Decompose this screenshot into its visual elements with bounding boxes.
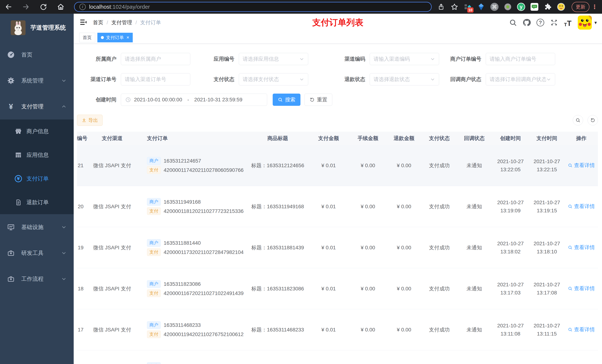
view-detail-link[interactable]: 查看详情	[568, 244, 595, 251]
briefcase-icon	[7, 275, 15, 283]
extension-chat-icon[interactable]	[530, 3, 539, 11]
site-info-icon[interactable]: i	[79, 4, 86, 10]
filter-row-1: 所属商户 应用编号 请选择应用信息 渠道编码 请输入渠道编码	[77, 53, 598, 65]
channel-order-no-label: 渠道订单号	[77, 76, 121, 83]
reset-button[interactable]: 重置	[304, 94, 332, 106]
actions-cell: 查看详情	[565, 285, 598, 292]
channel-order-no: 4200001181202110277723215336	[164, 208, 244, 214]
merchant-input[interactable]	[121, 53, 190, 65]
share-icon[interactable]	[437, 3, 445, 11]
channel-code-label: 渠道编码	[308, 55, 370, 62]
sidebar-item-refund-order[interactable]: 退款订单	[0, 190, 74, 214]
actions-cell: 查看详情	[565, 162, 598, 169]
create-time-cell: 2021-10-27 13:11:08	[492, 322, 529, 338]
merchant-order-no: 1635311351786	[164, 363, 201, 364]
breadcrumb-home[interactable]: 首页	[93, 19, 103, 26]
goods-title: 标题：1635311823086	[248, 285, 307, 292]
breadcrumb: 首页 / 支付管理 / 支付订单	[93, 19, 161, 26]
chevron-down-icon	[430, 77, 435, 82]
view-detail-link[interactable]: 查看详情	[568, 285, 595, 292]
gear-icon	[7, 77, 15, 85]
goods-title: 标题：1635311468233	[248, 326, 307, 333]
sidebar-item-merchant-info[interactable]: 商户信息	[0, 119, 74, 143]
github-icon[interactable]	[522, 18, 531, 27]
channel-order-no: 4200001167202110271022491439	[164, 290, 244, 296]
avatar-caret-icon[interactable]: ▾	[594, 20, 597, 26]
extension-kite-icon[interactable]	[477, 3, 485, 11]
export-button[interactable]: 导出	[77, 115, 103, 126]
app-title: 芋道管理系统	[30, 24, 66, 32]
channel-order-no: 4200001194202110276752100612	[164, 332, 244, 337]
clock-icon	[125, 97, 131, 103]
create-time-range-picker[interactable]: 2021-10-01 00:00:00 - 2021-10-31 23:59:5…	[121, 94, 267, 106]
search-icon[interactable]	[508, 18, 517, 27]
close-icon[interactable]: ×	[127, 35, 129, 40]
channel-code-select[interactable]: 请输入渠道编码	[370, 53, 439, 65]
back-icon[interactable]	[4, 3, 13, 11]
filter-row-2: 渠道订单号 支付状态 请选择支付状态 退款状态 请选择退款状态	[77, 73, 598, 85]
reload-icon[interactable]	[39, 3, 47, 11]
pay-time-cell: 2021-10-27 13:22:15	[529, 157, 565, 174]
forward-icon[interactable]	[22, 3, 30, 11]
extension-badge: 10	[467, 7, 473, 13]
avatar[interactable]	[578, 16, 592, 30]
pay-status: 支付成功	[422, 244, 457, 251]
browser-update-button[interactable]: 更新	[572, 2, 589, 12]
sidebar-item-workflow[interactable]: 工作流程	[0, 266, 74, 292]
fullscreen-icon[interactable]	[550, 18, 559, 27]
refund-status-label: 退款状态	[308, 76, 370, 83]
sidebar-item-payment[interactable]: ¥ 支付管理	[0, 94, 74, 119]
profile-emoji-icon[interactable]	[557, 3, 565, 11]
tag-home[interactable]: 首页	[79, 33, 95, 42]
merchant-order-no-input[interactable]	[486, 53, 555, 65]
actions-cell: 查看详情	[565, 326, 598, 333]
search-button[interactable]: 搜索	[273, 94, 301, 106]
merchant-order-no-label: 商户订单编号	[439, 55, 486, 62]
sidebar-item-system[interactable]: 系统管理	[0, 68, 74, 94]
refund-amount: ¥ 0.00	[386, 286, 422, 292]
channel-order-no-input[interactable]	[121, 73, 190, 85]
view-detail-link[interactable]: 查看详情	[568, 162, 595, 169]
pay-status-select[interactable]: 请选择支付状态	[239, 73, 308, 85]
pay-order-cell: 商户 1635311949168 支付 42000011812021102777…	[133, 197, 248, 216]
view-detail-link[interactable]: 查看详情	[568, 203, 595, 210]
url-bar[interactable]: i localhost :1024/pay/order	[74, 2, 432, 12]
pay-amount: ¥ 0.01	[307, 327, 350, 333]
app-select[interactable]: 请选择应用信息	[239, 53, 308, 65]
toggle-search-button[interactable]	[573, 115, 583, 125]
pay-time-cell: 2021-10-27 13:11:15	[529, 322, 565, 338]
extension-prototyping-icon[interactable]: 10	[463, 3, 472, 11]
bookmark-star-icon[interactable]	[450, 3, 459, 11]
browser-menu-icon[interactable]: ⋮	[591, 3, 599, 10]
order-id: 17	[77, 327, 92, 333]
extension-y-icon[interactable]: y	[517, 3, 525, 11]
sidebar-item-pay-order[interactable]: ¥ 支付订单	[0, 167, 74, 190]
sidebar: 芋道管理系统 首页 系统管理 ¥ 支付管理	[0, 14, 74, 364]
fee-amount: ¥ 0.00	[350, 245, 386, 251]
help-icon[interactable]: ?	[536, 18, 545, 27]
extension-record-icon[interactable]	[504, 3, 512, 11]
sidebar-fold-icon[interactable]	[79, 18, 87, 27]
content-area: 所属商户 应用编号 请选择应用信息 渠道编码 请输入渠道编码	[74, 44, 602, 364]
sidebar-item-dev-tools[interactable]: 研发工具	[0, 240, 74, 266]
order-id: 21	[77, 163, 92, 168]
refresh-button[interactable]	[588, 115, 598, 125]
pay-channel: 微信 JSAPI 支付	[92, 162, 133, 169]
tag-pay-order[interactable]: 支付订单 ×	[97, 33, 133, 42]
extension-command-icon[interactable]: ⌘	[490, 3, 499, 11]
extensions-puzzle-icon[interactable]	[544, 3, 552, 11]
pay-amount: ¥ 0.01	[307, 204, 350, 209]
pay-order-cell: 商户 1635311881440 支付 42000011732021102728…	[133, 238, 248, 258]
chevron-down-icon	[299, 77, 304, 82]
merchant-order-no: 1635311881440	[164, 240, 201, 246]
view-detail-link[interactable]: 查看详情	[568, 326, 595, 333]
actions-cell: 查看详情	[565, 203, 598, 210]
breadcrumb-payment[interactable]: 支付管理	[111, 19, 132, 26]
sidebar-item-home[interactable]: 首页	[0, 42, 74, 68]
font-size-icon[interactable]: TT	[563, 18, 572, 27]
sidebar-item-app-info[interactable]: 应用信息	[0, 143, 74, 167]
refund-status-select[interactable]: 请选择退款状态	[370, 73, 439, 85]
home-icon[interactable]	[57, 3, 65, 11]
sidebar-item-infrastructure[interactable]: 基础设施	[0, 214, 74, 240]
notify-status-select[interactable]: 请选择订单回调商户状态	[486, 73, 555, 85]
